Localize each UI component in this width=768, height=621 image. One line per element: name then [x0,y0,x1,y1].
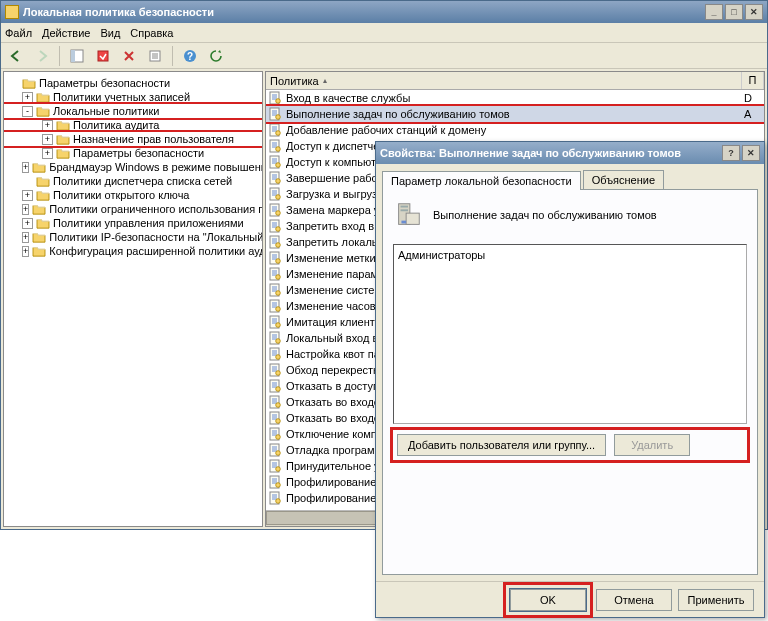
policy-doc-icon [268,267,282,281]
add-user-or-group-button[interactable]: Добавить пользователя или группу... [397,434,606,456]
policy-doc-icon [268,171,282,185]
cell-policy: Добавление рабочих станций к домену [286,124,744,136]
policy-doc-icon [268,251,282,265]
tree-item-label: Конфигурация расширенной политики аудита [49,245,263,257]
list-row[interactable]: Вход в качестве службыD [266,90,764,106]
tree-root[interactable]: Параметры безопасности [4,76,262,90]
cell-policy: Вход в качестве службы [286,92,744,104]
policy-doc-icon [268,491,282,505]
policy-doc-icon [268,443,282,457]
tree-item-label: Назначение прав пользователя [73,133,234,145]
menu-help[interactable]: Справка [130,27,173,39]
expander-icon[interactable]: + [42,148,53,159]
policy-doc-icon [268,299,282,313]
list-header: Политика▴ П [266,72,764,90]
list-row[interactable]: Выполнение задач по обслуживанию томовА [266,106,764,122]
svg-text:?: ? [187,51,193,62]
dialog-title: Свойства: Выполнение задач по обслуживан… [380,147,722,159]
tab-panel: Выполнение задач по обслуживанию томов А… [382,189,758,575]
remove-button[interactable]: Удалить [614,434,690,456]
tree-item[interactable]: +Назначение прав пользователя [4,132,262,146]
tree-item[interactable]: +Политики учетных записей [4,90,262,104]
help-button[interactable]: ? [179,45,201,67]
dialog-titlebar[interactable]: Свойства: Выполнение задач по обслуживан… [376,142,764,164]
policy-icon [393,200,423,230]
ok-button[interactable]: OK [510,589,586,611]
policy-doc-icon [268,459,282,473]
refresh-button[interactable] [205,45,227,67]
tree-item[interactable]: Политики диспетчера списка сетей [4,174,262,188]
apply-button[interactable]: Применить [678,589,754,611]
sort-asc-icon: ▴ [323,76,327,85]
col-header-security[interactable]: П [742,72,764,89]
show-tree-button[interactable] [66,45,88,67]
expander-icon[interactable]: + [42,120,53,131]
folder-icon [56,133,70,145]
folder-icon [36,217,50,229]
dialog-footer: OK Отмена Применить [376,581,764,617]
expander-icon[interactable]: + [22,92,33,103]
dialog-close-button[interactable]: ✕ [742,145,760,161]
forward-button[interactable] [31,45,53,67]
tree-item[interactable]: +Брандмауэр Windows в режиме повышенной … [4,160,262,174]
tree-item[interactable]: +Политики управления приложениями [4,216,262,230]
cell-security: А [744,108,762,120]
minimize-button[interactable]: _ [705,4,723,20]
members-list[interactable]: Администраторы [393,244,747,424]
policy-doc-icon [268,139,282,153]
expander-icon[interactable]: + [42,134,53,145]
tree-item[interactable]: -Локальные политики [4,104,262,118]
policy-doc-icon [268,427,282,441]
list-row[interactable]: Добавление рабочих станций к домену [266,122,764,138]
tree-item[interactable]: +Политика аудита [4,118,262,132]
menu-action[interactable]: Действие [42,27,90,39]
folder-icon [36,175,50,187]
export-button[interactable] [92,45,114,67]
close-button[interactable]: ✕ [745,4,763,20]
expander-icon[interactable]: + [22,246,29,257]
tab-local-security[interactable]: Параметр локальной безопасности [382,171,581,190]
policy-doc-icon [268,123,282,137]
expander-icon[interactable]: + [22,162,29,173]
tab-explain[interactable]: Объяснение [583,170,664,189]
tree-item-label: Политики диспетчера списка сетей [53,175,232,187]
scrollbar-thumb[interactable] [266,511,376,525]
policy-doc-icon [268,315,282,329]
policy-doc-icon [268,395,282,409]
cell-security: D [744,92,762,104]
expander-icon[interactable]: + [22,232,29,243]
tree-item[interactable]: +Параметры безопасности [4,146,262,160]
cancel-button[interactable]: Отмена [596,589,672,611]
folder-icon [56,147,70,159]
tree-item-label: Брандмауэр Windows в режиме повышенной б… [49,161,263,173]
tree-item[interactable]: +Политики ограниченного использования пр… [4,202,262,216]
policy-doc-icon [268,203,282,217]
expander-icon[interactable]: - [22,106,33,117]
tree-item[interactable]: +Конфигурация расширенной политики аудит… [4,244,262,258]
folder-icon [32,245,46,257]
expander-icon [22,176,33,187]
tree-item[interactable]: +Политики открытого ключа [4,188,262,202]
expander-icon[interactable]: + [22,190,33,201]
expander-icon[interactable]: + [22,218,33,229]
dialog-help-button[interactable]: ? [722,145,740,161]
expander-icon[interactable]: + [22,204,29,215]
delete-button[interactable] [118,45,140,67]
policy-doc-icon [268,331,282,345]
maximize-button[interactable]: □ [725,4,743,20]
properties-button[interactable] [144,45,166,67]
list-item[interactable]: Администраторы [398,249,742,261]
tree-item-label: Политики открытого ключа [53,189,189,201]
app-icon [5,5,19,19]
col-header-policy[interactable]: Политика▴ [266,72,742,89]
cell-policy: Выполнение задач по обслуживанию томов [286,108,744,120]
policy-doc-icon [268,187,282,201]
tree: Параметры безопасности +Политики учетных… [4,72,262,262]
menu-view[interactable]: Вид [100,27,120,39]
back-button[interactable] [5,45,27,67]
menu-file[interactable]: Файл [5,27,32,39]
policy-doc-icon [268,379,282,393]
main-titlebar[interactable]: Локальная политика безопасности _ □ ✕ [1,1,767,23]
folder-icon [36,91,50,103]
tree-item[interactable]: +Политики IP-безопасности на "Локальный … [4,230,262,244]
